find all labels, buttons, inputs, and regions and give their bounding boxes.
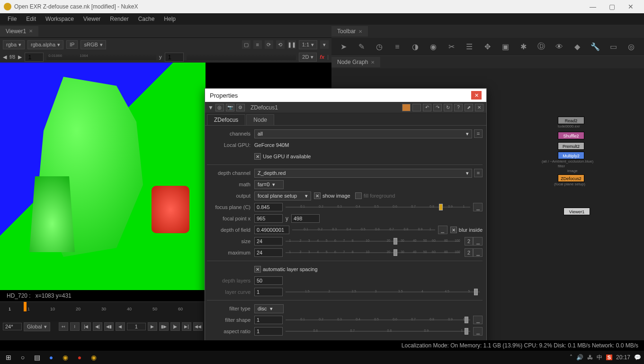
chevron-left-icon[interactable]: ◀ [3,54,7,60]
y-input[interactable] [165,53,184,62]
chevron-right-icon[interactable]: ▶ [18,54,22,60]
list-icon[interactable]: ≡ [253,40,262,49]
clock[interactable]: 20:17 [616,354,630,361]
properties-close-button[interactable]: ✕ [471,91,482,100]
play-forward-icon[interactable]: ▶ [148,322,157,331]
ip-button[interactable]: IP [66,40,78,49]
step-back-icon[interactable]: ◀▮ [104,322,114,331]
fstop-input[interactable] [25,53,44,62]
next-key-icon[interactable]: |▶ [170,322,180,331]
size-curve-button[interactable]: ⎯ [473,237,483,246]
dof-input[interactable] [254,226,289,234]
transform-icon[interactable]: ✥ [482,42,492,52]
center-icon[interactable]: ◎ [215,104,224,111]
max-slider[interactable]: 1234567810203040506080100 [286,248,460,257]
size-slider[interactable]: 1234567810203040506080100 [286,237,460,246]
prev-inc-icon[interactable]: ◀◀ [193,322,203,331]
blur-inside-checkbox[interactable]: ✕ [450,227,457,233]
help-icon[interactable]: ? [454,104,463,111]
node-close-icon[interactable]: ✕ [475,104,483,111]
node-multiply[interactable]: Multiply2 [558,152,584,159]
channel-dropdown[interactable]: rgba ▾ [3,40,25,49]
close-button[interactable]: ✕ [621,3,640,10]
zoom-dropdown[interactable]: 1:1 ▾ [299,40,317,49]
notifications-icon[interactable]: 💬 [634,354,641,361]
channel-icon[interactable]: ≡ [392,42,402,52]
channels-dropdown[interactable]: all▾ [254,129,472,138]
furnace-icon[interactable]: ◎ [626,42,636,52]
redo-icon[interactable]: ↻ [444,104,452,111]
view-mode-dropdown[interactable]: 2D ▾ [299,53,317,62]
toolsets-icon[interactable]: 🔧 [590,42,600,52]
focus-slider[interactable]: 0.10.20.30.40.50.60.70.80.91 [286,202,470,212]
color-swatch-1[interactable] [402,104,411,111]
filter-shape-input[interactable] [254,316,283,324]
filter-type-dropdown[interactable]: disc ▾ [254,304,284,313]
channels-extra-button[interactable]: = [474,129,483,138]
show-image-checkbox[interactable]: ✕ [314,192,321,199]
fill-fg-checkbox[interactable] [355,192,362,199]
color-swatch-2[interactable] [412,104,421,111]
focus-input[interactable] [254,203,283,211]
pause-icon[interactable]: ❚❚ [287,40,296,49]
float-icon[interactable]: ⬈ [465,104,473,111]
app-4-icon[interactable]: ◉ [88,352,99,363]
y-ruler[interactable] [187,54,296,60]
fx-button[interactable]: fx [320,54,324,60]
colorspace-dropdown[interactable]: sRGB ▾ [80,40,106,49]
layer-dropdown[interactable]: rgba.alpha ▾ [27,40,63,49]
close-icon[interactable]: ✕ [358,29,362,34]
lock-icon[interactable]: ▾ [320,40,329,49]
auto-layer-checkbox[interactable]: ✕ [254,266,261,273]
start-icon[interactable]: ⊞ [3,352,14,363]
tab-zdefocus[interactable]: ZDefocus [207,114,245,125]
aspect-slider[interactable]: 0.60.70.80.91 [286,327,470,336]
curve-slider[interactable]: 1.522.533.544.55 [286,287,480,297]
global-dropdown[interactable]: Global ▾ [24,322,50,331]
layers-input[interactable] [254,276,283,285]
undo-icon[interactable]: ↶ [423,104,431,111]
tab-node[interactable]: Node [246,114,274,125]
sogou-icon[interactable]: S [606,355,612,360]
collapse-icon[interactable]: ▼ [208,104,214,111]
menu-help[interactable]: Help [160,15,179,23]
menu-cache[interactable]: Cache [134,15,159,23]
menu-render[interactable]: Render [106,15,132,23]
node-premult[interactable]: Premult2 [558,142,584,150]
math-dropdown[interactable]: far=0 ▾ [254,180,284,189]
deep-icon[interactable]: Ⓓ [536,42,546,52]
first-frame-icon[interactable]: |◀ [81,322,91,331]
prev-key-icon[interactable]: ◀| [93,322,102,331]
node-shuffle[interactable]: Shuffle2 [558,132,584,139]
range-end-input[interactable] [3,323,22,330]
dof-curve-button[interactable]: ⎯ [438,226,447,234]
time-icon[interactable]: ◷ [374,42,385,52]
properties-titlebar[interactable]: Properties ✕ [205,89,486,102]
x-ruler[interactable]: 0.01866 1064 [46,54,156,60]
depth-extra-button[interactable]: = [474,169,483,177]
size-2-button[interactable]: 2 [465,237,473,246]
node-read[interactable]: Read2 [558,117,584,124]
focal-y-input[interactable] [291,214,320,223]
gpu-checkbox[interactable]: ✕ [254,153,261,160]
node-viewer[interactable]: Viewer1 [564,208,590,215]
menu-edit[interactable]: Edit [22,15,40,23]
dof-slider[interactable]: 0.10.20.30.40.50.60.70.80.91 [292,225,435,235]
tray-up-icon[interactable]: ˄ [570,354,572,361]
max-input[interactable] [254,248,283,257]
merge-icon[interactable]: ☰ [464,42,474,52]
cortana-icon[interactable]: ○ [17,352,28,363]
menu-viewer[interactable]: Viewer [80,15,104,23]
curve-input[interactable] [254,288,283,296]
maximize-button[interactable]: ▢ [602,3,621,10]
max-2-button[interactable]: 2 [465,248,473,257]
app-2-icon[interactable]: ◉ [60,352,71,363]
minimize-button[interactable]: — [583,3,602,10]
pipe-icon[interactable]: | [327,54,329,60]
particles-icon[interactable]: ✱ [518,42,528,52]
camera-icon[interactable]: 📷 [226,104,234,111]
depth-dropdown[interactable]: Z_depth.red▾ [254,169,472,178]
shape-slider[interactable]: 0.10.20.30.40.50.60.70.80.91 [286,315,470,325]
jump-prev-icon[interactable]: ↤ [59,322,68,331]
filter-icon[interactable]: ◉ [428,42,438,52]
